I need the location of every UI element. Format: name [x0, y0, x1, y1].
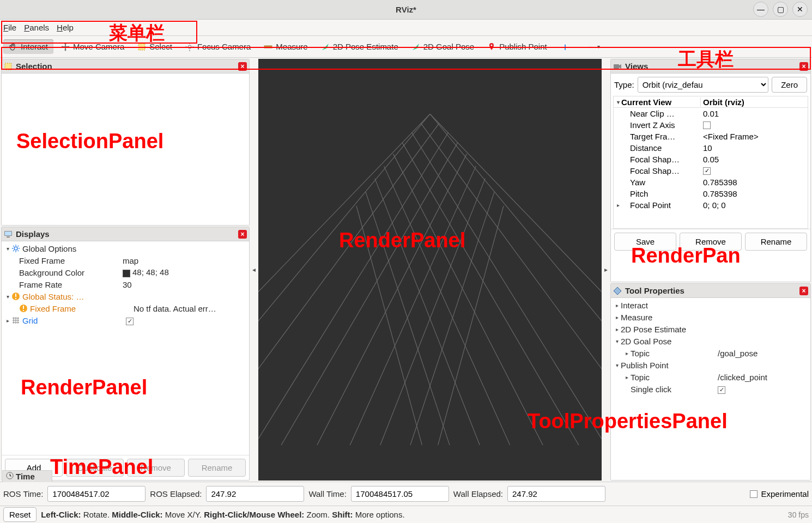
tool-move-camera[interactable]: Move Camera [56, 39, 130, 54]
grid-display-enabled[interactable]: ✓ [126, 315, 247, 325]
window-close-button[interactable]: ✕ [792, 2, 808, 17]
reset-button[interactable]: Reset [3, 507, 37, 522]
view-prop-value[interactable]: ✓ [701, 167, 808, 175]
view-prop-value[interactable]: <Fixed Frame> [701, 132, 808, 141]
selection-panel-body [2, 74, 249, 225]
fixed-frame-value[interactable]: map [123, 256, 247, 265]
menu-help[interactable]: Help [57, 23, 74, 32]
views-tree[interactable]: ▾Current View Orbit (rviz) Near Clip …0.… [613, 96, 808, 229]
window-title: RViz* [396, 5, 416, 14]
tool-prop-value[interactable]: /goal_pose [718, 349, 808, 358]
views-zero-button[interactable]: Zero [772, 77, 807, 93]
tool-properties-tree[interactable]: ▸Interact▸Measure▸2D Pose Estimate▾2D Go… [611, 298, 810, 480]
views-remove-button[interactable]: Remove [680, 233, 742, 251]
checkbox-icon: ✓ [718, 386, 725, 394]
expand-icon[interactable]: ▸ [623, 374, 631, 380]
view-prop-key: Focal Shap… [621, 155, 680, 164]
bg-color-label: Background Color [19, 268, 123, 277]
views-type-label: Type: [614, 80, 634, 89]
window-maximize-button[interactable]: ▢ [773, 2, 788, 17]
status-fixed-frame-label: Fixed Frame [30, 304, 134, 313]
view-prop-value[interactable]: 0.785398 [701, 189, 808, 198]
expand-icon[interactable]: ▾ [4, 246, 11, 252]
svg-rect-6 [5, 232, 11, 235]
expand-icon[interactable]: ▸ [613, 302, 621, 308]
tool-measure[interactable]: Measure [258, 39, 313, 54]
displays-remove-button: Remove [127, 459, 185, 477]
tool-properties-panel: Tool Properties × ▸Interact▸Measure▸2D P… [610, 283, 811, 481]
tool-prop-value[interactable]: /clicked_point [718, 373, 808, 382]
view-prop-key: Near Clip … [621, 109, 675, 118]
toolbar: Interact Move Camera Select Focus Camera… [0, 36, 812, 58]
tool-pose-estimate[interactable]: 2D Pose Estimate [316, 39, 404, 54]
svg-line-28 [421, 123, 602, 402]
menu-file[interactable]: File [3, 23, 16, 32]
time-panel-title: Time [16, 472, 49, 481]
svg-line-19 [295, 154, 467, 445]
toolbar-add-button[interactable]: ＋ [560, 40, 570, 53]
toolbar-remove-dropdown[interactable]: ▾ [597, 44, 600, 50]
svg-rect-4 [5, 63, 11, 70]
view-prop-key: Focal Shap… [621, 166, 680, 175]
views-panel-close[interactable]: × [799, 62, 808, 71]
experimental-checkbox[interactable]: Experimental [750, 489, 809, 498]
expand-icon[interactable]: ▸ [613, 314, 621, 320]
menu-panels[interactable]: Panels [24, 23, 49, 32]
move-icon [61, 42, 70, 51]
tool-prop-value[interactable]: ✓ [718, 384, 808, 394]
expand-icon[interactable]: ▾ [4, 294, 11, 300]
wall-elapsed-input[interactable] [507, 486, 605, 502]
displays-tree[interactable]: ▾Global Options Fixed Framemap Backgroun… [2, 241, 249, 455]
ros-time-input[interactable] [47, 486, 146, 502]
view-prop-key: Pitch [621, 189, 648, 198]
clock-icon [6, 472, 14, 481]
window-minimize-button[interactable]: — [753, 2, 768, 17]
expand-icon[interactable]: ▸ [613, 326, 621, 332]
right-splitter[interactable]: ▸ [603, 58, 609, 482]
checkbox-icon [703, 121, 711, 129]
expand-icon[interactable]: ▾ [615, 99, 621, 105]
grid-display-label[interactable]: Grid [22, 316, 126, 325]
view-prop-value[interactable] [701, 121, 808, 129]
tool-select[interactable]: Select [132, 39, 178, 54]
left-splitter[interactable]: ◂ [251, 58, 257, 482]
grid-icon [11, 316, 20, 325]
monitor-icon [4, 230, 13, 239]
expand-icon[interactable]: ▾ [613, 362, 621, 368]
ros-elapsed-input[interactable] [206, 486, 304, 502]
render-panel[interactable] [258, 59, 602, 481]
wall-time-input[interactable] [351, 486, 449, 502]
displays-duplicate-button: Duplicate [66, 459, 124, 477]
views-type-select[interactable]: Orbit (rviz_defau [638, 77, 768, 93]
displays-panel-close[interactable]: × [238, 230, 247, 239]
bg-color-value[interactable]: 48; 48; 48 [123, 267, 247, 277]
expand-icon[interactable]: ▸ [4, 318, 11, 324]
tool-publish-point[interactable]: Publish Point [482, 39, 553, 54]
displays-rename-button: Rename [188, 459, 246, 477]
views-rename-button[interactable]: Rename [745, 233, 807, 251]
view-prop-value[interactable]: 0.01 [701, 109, 808, 118]
frame-rate-value[interactable]: 30 [123, 280, 247, 289]
expand-icon[interactable]: ▾ [613, 338, 621, 344]
svg-line-26 [430, 114, 602, 365]
expand-icon[interactable]: ▸ [615, 202, 621, 208]
svg-rect-14 [23, 310, 24, 311]
tool-interact[interactable]: Interact [3, 39, 53, 54]
svg-point-3 [491, 44, 493, 46]
toolbar-remove-button[interactable]: － [585, 40, 595, 53]
global-status-label: Global Status: … [22, 292, 126, 301]
view-prop-value[interactable]: 0.05 [701, 155, 808, 164]
tool-prop-key: Topic [631, 373, 718, 382]
view-prop-value[interactable]: 0.785398 [701, 178, 808, 187]
tool-focus-camera[interactable]: Focus Camera [180, 39, 256, 54]
ros-time-label: ROS Time: [3, 489, 43, 498]
expand-icon[interactable]: ▸ [623, 350, 631, 356]
selection-panel-close[interactable]: × [238, 62, 247, 71]
menu-bar: File Panels Help [0, 20, 812, 36]
view-prop-value[interactable]: 10 [701, 143, 808, 153]
tool-prop-key: 2D Pose Estimate [621, 325, 708, 334]
tool-properties-close[interactable]: × [799, 287, 808, 295]
view-prop-value[interactable]: 0; 0; 0 [701, 200, 808, 210]
views-save-button[interactable]: Save [614, 233, 676, 251]
tool-goal-pose[interactable]: 2D Goal Pose [406, 39, 480, 54]
